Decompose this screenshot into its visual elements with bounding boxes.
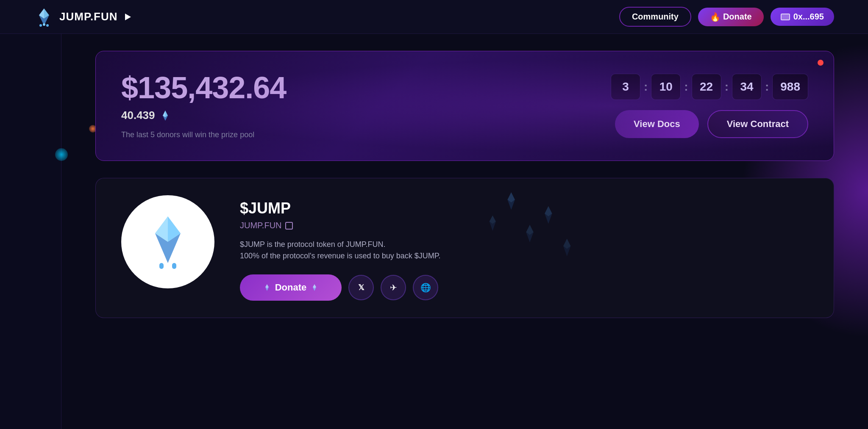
nav-logo[interactable]: JUMP.FUN [34, 7, 131, 27]
prize-card: $135,432.64 40.439 The last 5 donors wil… [95, 51, 834, 161]
timer-minutes: 22 [692, 74, 721, 100]
view-contract-button[interactable]: View Contract [707, 110, 808, 138]
colon-4: : [765, 80, 769, 94]
left-sidebar [0, 0, 61, 429]
copy-icon[interactable] [285, 222, 293, 230]
timer-ms: 988 [772, 74, 808, 100]
donate-main-label: Donate [275, 282, 307, 293]
nav-actions: Community 🔥 Community Donate 0x...695 [619, 7, 834, 27]
main-content: $135,432.64 40.439 The last 5 donors wil… [61, 34, 868, 429]
token-logo-circle [121, 195, 214, 288]
svg-point-5 [46, 24, 49, 27]
live-indicator [818, 60, 823, 66]
fire-icon: 🔥 [710, 12, 721, 22]
svg-point-3 [43, 23, 45, 26]
prize-subtext: The last 5 donors will win the prize poo… [121, 130, 286, 139]
web-icon: 🌐 [420, 282, 431, 293]
timer-hours: 10 [651, 74, 681, 100]
web-button[interactable]: 🌐 [413, 275, 438, 300]
prize-buttons: View Docs View Contract [615, 110, 808, 138]
token-name: $JUMP [240, 199, 808, 217]
prize-layout: $135,432.64 40.439 The last 5 donors wil… [121, 72, 808, 139]
token-card: $JUMP JUMP.FUN $JUMP is the protocol tok… [95, 178, 834, 318]
cursor-icon [125, 14, 131, 20]
colon-1: : [644, 80, 648, 94]
timer-days: 3 [611, 74, 640, 100]
eth-icon-left [263, 284, 271, 291]
timer-seconds: 34 [732, 74, 762, 100]
wallet-button[interactable]: 0x...695 [771, 8, 834, 26]
twitter-button[interactable]: 𝕏 [348, 275, 374, 300]
token-desc-line2: 100% of the protocol's revenue is used t… [240, 250, 808, 262]
logo-text: JUMP.FUN [59, 10, 118, 23]
token-source: JUMP.FUN [240, 221, 808, 230]
prize-eth-value: 40.439 [121, 109, 155, 122]
svg-rect-22 [159, 263, 164, 269]
twitter-icon: 𝕏 [358, 283, 364, 292]
navbar: JUMP.FUN Community 🔥 Community Donate 0x… [0, 0, 868, 34]
timer-display: 3 : 10 : 22 : 34 : 988 [611, 74, 808, 100]
token-actions: Donate 𝕏 ✈ 🌐 [240, 274, 808, 301]
token-desc-line1: $JUMP is the protocol token of JUMP.FUN. [240, 239, 808, 250]
eth-icon-right [311, 284, 318, 291]
svg-point-4 [39, 24, 42, 27]
prize-amount: $135,432.64 [121, 72, 286, 103]
wallet-address: 0x...695 [793, 12, 824, 22]
logo-icon [34, 7, 54, 27]
telegram-button[interactable]: ✈ [381, 275, 406, 300]
token-description: $JUMP is the protocol token of JUMP.FUN.… [240, 239, 808, 262]
view-docs-button[interactable]: View Docs [615, 110, 699, 138]
eth-logo-icon [159, 110, 171, 122]
donate-main-button[interactable]: Donate [240, 274, 342, 301]
prize-eth: 40.439 [121, 109, 286, 122]
donate-nav-button[interactable]: 🔥 Community Donate [698, 8, 764, 26]
token-info: $JUMP JUMP.FUN $JUMP is the protocol tok… [240, 195, 808, 301]
colon-3: : [725, 80, 729, 94]
telegram-icon: ✈ [390, 282, 397, 293]
wallet-icon [781, 14, 790, 20]
community-button[interactable]: Community [619, 7, 691, 27]
jump-token-logo [134, 208, 202, 276]
token-source-label: JUMP.FUN [240, 221, 282, 230]
prize-left: $135,432.64 40.439 The last 5 donors wil… [121, 72, 286, 139]
svg-rect-23 [172, 263, 176, 269]
timer-section: 3 : 10 : 22 : 34 : 988 View Docs View Co… [611, 74, 808, 138]
colon-2: : [684, 80, 688, 94]
token-card-inner: $JUMP JUMP.FUN $JUMP is the protocol tok… [121, 195, 808, 301]
